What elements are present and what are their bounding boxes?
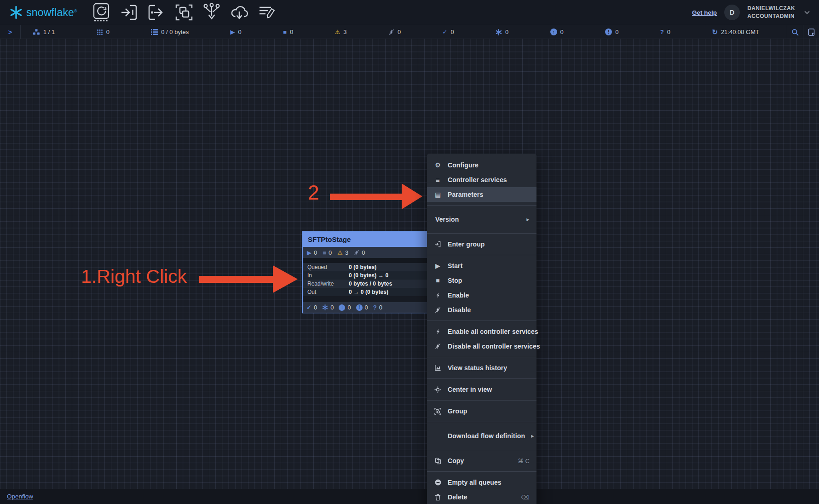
uptodate-count: 0 bbox=[314, 304, 317, 311]
status-bar: > 1 / 1 bbox=[0, 25, 819, 39]
menu-item-enable[interactable]: Enable bbox=[427, 288, 536, 303]
grid-value: 0 bbox=[106, 29, 110, 35]
play-icon: ▶ bbox=[307, 249, 311, 256]
menu-item-disable-all-controller-services[interactable]: Disable all controller services bbox=[427, 339, 536, 354]
stat-row-queued: Queued 0 (0 bytes) bbox=[303, 263, 432, 271]
menu-item-copy[interactable]: Copy ⌘ C bbox=[427, 453, 536, 468]
group-icon bbox=[434, 408, 442, 415]
menu-item-view-status-history[interactable]: View status history bbox=[427, 361, 536, 375]
menu-item-label: Configure bbox=[448, 161, 530, 169]
menu-item-label: Parameters bbox=[448, 191, 530, 198]
queue-icon bbox=[151, 29, 158, 35]
processor-icon[interactable] bbox=[89, 2, 113, 23]
menu-item-group[interactable]: Group bbox=[427, 404, 536, 418]
funnel-icon[interactable] bbox=[200, 2, 224, 23]
stat-row-in: In 0 (0 bytes) → 0 bbox=[303, 271, 432, 280]
menu-separator bbox=[427, 255, 536, 255]
process-group-node[interactable]: SFTPtoStage ▶ 0 ■ 0 ⚠ 3 0 Queued 0 (0 by… bbox=[302, 231, 432, 313]
menu-item-download-flow-definition[interactable]: Download flow definition ▶ bbox=[427, 425, 536, 447]
shortcut-hint: ⌫ bbox=[521, 494, 530, 501]
label-icon[interactable] bbox=[255, 2, 279, 23]
annotation-arrow-shaft bbox=[330, 194, 402, 200]
menu-separator bbox=[427, 205, 536, 206]
shortcut-hint: ⌘ C bbox=[518, 458, 530, 464]
annotation-arrow-head bbox=[273, 265, 298, 293]
menu-item-label: Disable all controller services bbox=[448, 343, 540, 350]
chevron-down-icon[interactable] bbox=[804, 11, 810, 14]
cluster-icon bbox=[33, 29, 40, 35]
menu-item-delete[interactable]: Delete ⌫ bbox=[427, 490, 536, 504]
stat-value: 0 (0 bytes) → 0 bbox=[349, 272, 388, 279]
snowflake-logo: snowflake® bbox=[9, 6, 77, 19]
menu-item-version[interactable]: Version ▶ bbox=[427, 209, 536, 230]
modified-value: 0 bbox=[505, 29, 508, 35]
submenu-caret-icon: ▶ bbox=[526, 218, 529, 222]
menu-item-label: Copy bbox=[448, 457, 512, 464]
stopped-count: 0 bbox=[329, 249, 332, 256]
menu-item-label: Start bbox=[448, 262, 530, 269]
input-port-icon[interactable] bbox=[117, 2, 141, 23]
stat-value: 0 (0 bytes) bbox=[349, 264, 376, 270]
stat-row-readwrite: Read/write 0 bytes / 0 bytes bbox=[303, 280, 432, 288]
process-group-status-row: ▶ 0 ■ 0 ⚠ 3 0 bbox=[303, 247, 432, 258]
menu-item-start[interactable]: ▶ Start bbox=[427, 258, 536, 273]
menu-item-label: Center in view bbox=[448, 386, 530, 393]
menu-item-configure[interactable]: ⚙ Configure bbox=[427, 158, 536, 172]
process-group-icon[interactable] bbox=[172, 2, 196, 23]
stale-count: ↑ 0 bbox=[550, 29, 564, 35]
menu-item-label: View status history bbox=[448, 364, 530, 372]
user-name: DANIELWILCZAK bbox=[747, 5, 795, 12]
stat-value: 0 bytes / 0 bytes bbox=[349, 281, 392, 287]
play-icon: ▶ bbox=[231, 29, 235, 35]
menu-item-enter-group[interactable]: Enter group bbox=[427, 237, 536, 252]
menu-item-empty-all-queues[interactable]: Empty all queues bbox=[427, 475, 536, 490]
stopped-value: 0 bbox=[290, 29, 293, 35]
copy-icon bbox=[434, 458, 442, 464]
user-info[interactable]: DANIELWILCZAK ACCOUNTADMIN bbox=[747, 5, 795, 20]
running-count: ▶ 0 bbox=[231, 29, 242, 35]
menu-item-parameters[interactable]: ▤ Parameters bbox=[427, 187, 536, 202]
exclamation-circle-icon: ! bbox=[605, 29, 612, 35]
modified-count: 0 bbox=[330, 304, 334, 311]
refresh-icon[interactable]: ↻ bbox=[712, 28, 718, 36]
queued-count: 0 / 0 bytes bbox=[151, 29, 189, 35]
check-icon: ✓ bbox=[442, 29, 447, 35]
menu-item-disable[interactable]: Disable bbox=[427, 303, 536, 317]
output-port-icon[interactable] bbox=[144, 2, 168, 23]
remote-process-group-icon[interactable] bbox=[227, 2, 251, 23]
menu-item-label: Enter group bbox=[448, 241, 530, 248]
sync-failure-count: ! 0 bbox=[605, 29, 618, 35]
bolt-icon bbox=[434, 292, 442, 298]
breadcrumb-openflow[interactable]: Openflow bbox=[7, 493, 33, 500]
process-group-title[interactable]: SFTPtoStage bbox=[303, 232, 432, 247]
node-divider bbox=[303, 296, 432, 302]
search-button[interactable] bbox=[787, 25, 803, 39]
last-refreshed: ↻ 21:40:08 GMT bbox=[712, 28, 759, 36]
menu-item-center-in-view[interactable]: Center in view bbox=[427, 382, 536, 397]
collapse-chevron-icon[interactable]: > bbox=[0, 25, 21, 39]
stat-row-out: Out 0 → 0 (0 bytes) bbox=[303, 288, 432, 296]
search-icon bbox=[791, 29, 799, 36]
menu-item-controller-services[interactable]: ≡ Controller services bbox=[427, 172, 536, 187]
notes-button[interactable] bbox=[803, 25, 819, 39]
avatar[interactable]: D bbox=[724, 5, 740, 20]
stale-count: 0 bbox=[347, 304, 351, 311]
menu-item-enable-all-controller-services[interactable]: Enable all controller services bbox=[427, 324, 536, 339]
menu-separator bbox=[427, 321, 536, 321]
stat-value: 0 → 0 (0 bytes) bbox=[349, 289, 388, 295]
get-help-link[interactable]: Get help bbox=[692, 9, 717, 16]
stopped-count: ■ 0 bbox=[283, 29, 293, 35]
menu-separator bbox=[427, 357, 536, 357]
menu-item-label: Group bbox=[448, 407, 530, 415]
user-role: ACCOUNTADMIN bbox=[747, 12, 795, 20]
asterisk-icon bbox=[322, 304, 328, 310]
menu-item-label: Controller services bbox=[448, 176, 530, 183]
menu-separator bbox=[427, 422, 536, 422]
warning-icon: ⚠ bbox=[335, 29, 340, 35]
menu-item-label: Enable all controller services bbox=[448, 328, 538, 335]
menu-separator bbox=[427, 471, 536, 472]
unknown-count: ? 0 bbox=[660, 29, 670, 35]
menu-item-stop[interactable]: ■ Stop bbox=[427, 273, 536, 288]
question-icon: ? bbox=[660, 29, 664, 35]
arrow-up-circle-icon: ↑ bbox=[339, 304, 345, 311]
